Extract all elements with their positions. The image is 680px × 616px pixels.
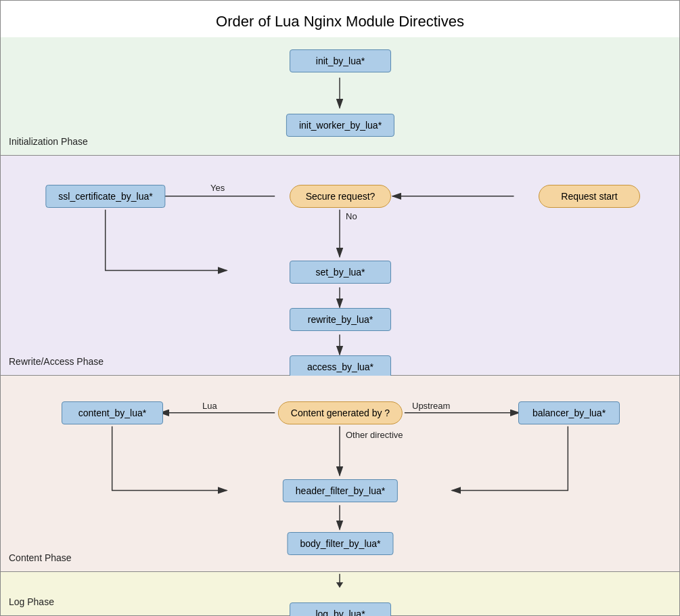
set-by-lua-box: set_by_lua* — [290, 261, 391, 284]
node-init-by-lua: init_by_lua* — [290, 49, 391, 72]
access-by-lua-box: access_by_lua* — [290, 355, 391, 378]
node-ssl-cert: ssl_certificate_by_lua* — [45, 185, 165, 208]
balancer-by-lua-box: balancer_by_lua* — [518, 401, 620, 424]
node-body-filter-by-lua: body_filter_by_lua* — [287, 532, 393, 555]
request-start-label: Request start — [561, 191, 617, 202]
node-access-by-lua: access_by_lua* — [290, 355, 391, 378]
node-init-worker-by-lua: init_worker_by_lua* — [286, 114, 394, 137]
node-content-by-lua: content_by_lua* — [62, 401, 163, 424]
ssl-cert-box: ssl_certificate_by_lua* — [45, 185, 165, 208]
diagram-title: Order of Lua Nginx Module Directives — [1, 1, 679, 37]
node-balancer-by-lua: balancer_by_lua* — [518, 401, 620, 424]
content-nodes: Content generated by ? content_by_lua* b… — [1, 376, 679, 571]
node-content-generated-by: Content generated by ? — [278, 401, 403, 424]
init-nodes: init_by_lua* init_worker_by_lua* — [1, 37, 679, 155]
content-generated-by-box: Content generated by ? — [278, 401, 403, 424]
content-by-lua-box: content_by_lua* — [62, 401, 163, 424]
node-rewrite-by-lua: rewrite_by_lua* — [290, 308, 391, 331]
rewrite-by-lua-box: rewrite_by_lua* — [290, 308, 391, 331]
node-log-by-lua: log_by_lua* — [290, 602, 391, 616]
rewrite-nodes: Request start Secure request? ssl_certif… — [1, 156, 679, 375]
upstream-label: Upstream — [412, 401, 450, 411]
balancer-by-lua-label: balancer_by_lua* — [532, 408, 606, 418]
node-set-by-lua: set_by_lua* — [290, 261, 391, 284]
phase-rewrite-label: Rewrite/Access Phase — [9, 356, 104, 367]
no-label: No — [346, 211, 357, 221]
body-filter-by-lua-label: body_filter_by_lua* — [300, 538, 380, 549]
diagram-container: Order of Lua Nginx Module Directives ini… — [0, 0, 680, 616]
phase-content: Content generated by ? content_by_lua* b… — [1, 376, 679, 572]
lua-label: Lua — [202, 401, 217, 411]
request-start-box: Request start — [539, 185, 640, 208]
node-header-filter-by-lua: header_filter_by_lua* — [283, 479, 398, 502]
body-filter-by-lua-box: body_filter_by_lua* — [287, 532, 393, 555]
node-request-start: Request start — [539, 185, 640, 208]
phase-init-label: Initialization Phase — [9, 136, 88, 147]
init-by-lua-box: init_by_lua* — [290, 49, 391, 72]
phase-log: log_by_lua* Log Phase — [1, 572, 679, 615]
phase-log-label: Log Phase — [9, 596, 54, 607]
content-by-lua-label: content_by_lua* — [78, 408, 146, 418]
log-by-lua-label: log_by_lua* — [315, 609, 365, 616]
content-generated-by-label: Content generated by ? — [291, 408, 390, 418]
log-by-lua-box: log_by_lua* — [290, 602, 391, 616]
yes-label: Yes — [210, 183, 225, 193]
phase-rewrite: Request start Secure request? ssl_certif… — [1, 156, 679, 376]
rewrite-by-lua-label: rewrite_by_lua* — [308, 314, 373, 325]
secure-request-box: Secure request? — [290, 185, 391, 208]
phase-init: init_by_lua* init_worker_by_lua* Initial… — [1, 37, 679, 156]
access-by-lua-label: access_by_lua* — [307, 361, 373, 372]
log-nodes: log_by_lua* — [1, 572, 679, 615]
init-worker-by-lua-box: init_worker_by_lua* — [286, 114, 394, 137]
ssl-cert-label: ssl_certificate_by_lua* — [58, 191, 152, 202]
other-directive-label: Other directive — [346, 430, 403, 440]
header-filter-by-lua-label: header_filter_by_lua* — [296, 485, 385, 496]
title-text: Order of Lua Nginx Module Directives — [216, 13, 464, 30]
header-filter-by-lua-box: header_filter_by_lua* — [283, 479, 398, 502]
init-by-lua-label: init_by_lua* — [316, 56, 365, 66]
node-secure-request: Secure request? — [290, 185, 391, 208]
secure-request-label: Secure request? — [306, 191, 376, 202]
set-by-lua-label: set_by_lua* — [315, 267, 365, 278]
phase-content-label: Content Phase — [9, 552, 72, 563]
init-worker-by-lua-label: init_worker_by_lua* — [299, 120, 382, 131]
